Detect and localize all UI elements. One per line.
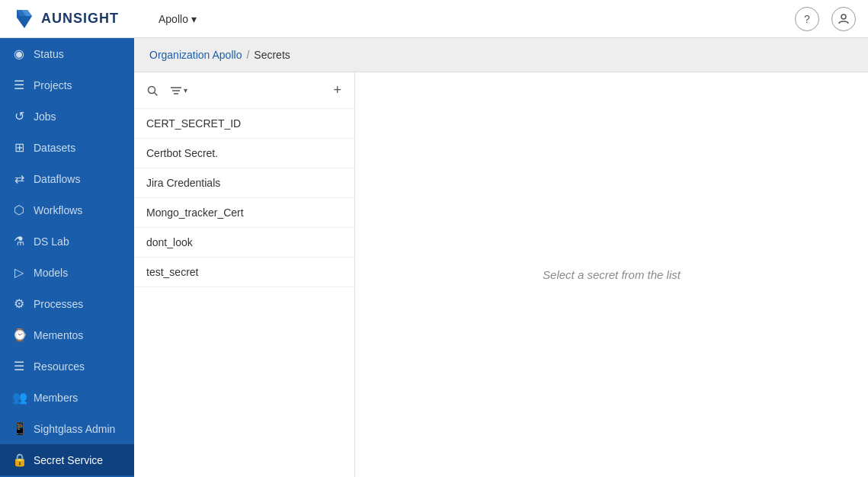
logo-icon <box>12 7 37 31</box>
sidebar-label-sightglass-admin: Sightglass Admin <box>34 423 115 435</box>
models-icon: ▷ <box>12 265 26 280</box>
logo-area: AUNSIGHT <box>12 7 146 31</box>
secret-service-icon: 🔒 <box>12 453 26 467</box>
sidebar-label-datasets: Datasets <box>34 142 75 154</box>
top-header: AUNSIGHT Apollo ▾ ? <box>0 0 868 38</box>
help-button[interactable]: ? <box>795 7 819 31</box>
user-button[interactable] <box>831 7 856 31</box>
sidebar-label-models: Models <box>34 267 68 279</box>
secret-item-test-secret[interactable]: test_secret <box>134 258 354 287</box>
secrets-toolbar: ▾ + <box>134 72 354 109</box>
secrets-list: CERT_SECRET_IDCertbot Secret.Jira Creden… <box>134 109 354 477</box>
sidebar-label-mementos: Mementos <box>34 329 83 341</box>
projects-icon: ☰ <box>12 78 26 92</box>
sidebar-label-jobs: Jobs <box>34 110 56 123</box>
detail-placeholder: Select a secret from the list <box>543 268 681 281</box>
header-left: AUNSIGHT Apollo ▾ <box>12 7 203 31</box>
resources-icon: ☰ <box>12 359 26 373</box>
sidebar-label-status: Status <box>34 48 64 60</box>
secret-item-dont-look[interactable]: dont_look <box>134 228 354 258</box>
sidebar-item-resources[interactable]: ☰ Resources <box>0 351 134 382</box>
workspace-selector[interactable]: Apollo ▾ <box>152 10 203 28</box>
svg-line-5 <box>155 92 158 95</box>
user-icon <box>838 13 850 25</box>
breadcrumb-separator: / <box>246 49 249 61</box>
sidebar-item-models[interactable]: ▷ Models <box>0 257 134 288</box>
processes-icon: ⚙ <box>12 296 26 311</box>
search-icon <box>147 85 158 96</box>
workflows-icon: ⬡ <box>12 203 26 217</box>
ds-lab-icon: ⚗ <box>12 234 26 248</box>
add-secret-button[interactable]: + <box>329 80 345 101</box>
secrets-panel: ▾ + CERT_SECRET_IDCertbot Secret.Jira Cr… <box>134 72 355 477</box>
secret-item-certbot-secret[interactable]: Certbot Secret. <box>134 139 354 168</box>
sidebar-label-workflows: Workflows <box>34 204 82 216</box>
sidebar-item-ds-lab[interactable]: ⚗ DS Lab <box>0 226 134 257</box>
add-icon: + <box>333 82 341 98</box>
sidebar-item-projects[interactable]: ☰ Projects <box>0 69 134 101</box>
jobs-icon: ↺ <box>12 109 26 123</box>
sidebar-item-status[interactable]: ◉ Status <box>0 38 134 69</box>
sidebar-item-datasets[interactable]: ⊞ Datasets <box>0 132 134 163</box>
sidebar-label-resources: Resources <box>34 360 85 373</box>
breadcrumb-current: Secrets <box>254 49 290 61</box>
sidebar-label-members: Members <box>34 392 78 404</box>
status-icon: ◉ <box>12 46 26 61</box>
search-button[interactable] <box>143 83 162 98</box>
dataflows-icon: ⇄ <box>12 171 26 186</box>
sidebar-item-sightglass-admin[interactable]: 📱 Sightglass Admin <box>0 413 134 444</box>
secret-item-cert-secret-id[interactable]: CERT_SECRET_ID <box>134 109 354 139</box>
sidebar-item-jobs[interactable]: ↺ Jobs <box>0 101 134 132</box>
content-area: Organization Apollo / Secrets <box>134 38 868 477</box>
logo-text: AUNSIGHT <box>41 11 119 27</box>
secret-item-mongo-tracker-cert[interactable]: Mongo_tracker_Cert <box>134 198 354 228</box>
sidebar-label-projects: Projects <box>34 79 72 91</box>
mementos-icon: ⌚ <box>12 328 26 342</box>
filter-chevron: ▾ <box>184 86 187 94</box>
sidebar-label-secret-service: Secret Service <box>34 454 103 466</box>
main-body: ◉ Status ☰ Projects ↺ Jobs ⊞ Datasets ⇄ … <box>0 38 868 477</box>
sidebar-label-processes: Processes <box>34 298 83 310</box>
svg-point-3 <box>841 14 846 19</box>
inner-layout: ▾ + CERT_SECRET_IDCertbot Secret.Jira Cr… <box>134 72 868 477</box>
breadcrumb-org-link[interactable]: Organization Apollo <box>149 49 242 61</box>
datasets-icon: ⊞ <box>12 140 26 155</box>
sidebar-item-mementos[interactable]: ⌚ Mementos <box>0 319 134 351</box>
filter-button[interactable]: ▾ <box>166 83 191 98</box>
sidebar-label-ds-lab: DS Lab <box>34 235 69 248</box>
filter-icon <box>170 85 182 96</box>
breadcrumb: Organization Apollo / Secrets <box>134 38 868 72</box>
detail-panel: Select a secret from the list <box>355 72 868 477</box>
workspace-chevron: ▾ <box>191 13 197 25</box>
sightglass-admin-icon: 📱 <box>12 421 26 436</box>
sidebar-item-workflows[interactable]: ⬡ Workflows <box>0 194 134 226</box>
members-icon: 👥 <box>12 390 26 405</box>
sidebar-item-members[interactable]: 👥 Members <box>0 382 134 413</box>
sidebar-item-dataflows[interactable]: ⇄ Dataflows <box>0 163 134 194</box>
help-icon: ? <box>804 13 810 25</box>
secret-item-jira-credentials[interactable]: Jira Credentials <box>134 168 354 198</box>
header-right: ? <box>795 7 856 31</box>
sidebar-item-processes[interactable]: ⚙ Processes <box>0 288 134 319</box>
workspace-label: Apollo <box>159 13 188 25</box>
sidebar: ◉ Status ☰ Projects ↺ Jobs ⊞ Datasets ⇄ … <box>0 38 134 477</box>
sidebar-item-secret-service[interactable]: 🔒 Secret Service <box>0 444 134 475</box>
sidebar-label-dataflows: Dataflows <box>34 173 80 185</box>
